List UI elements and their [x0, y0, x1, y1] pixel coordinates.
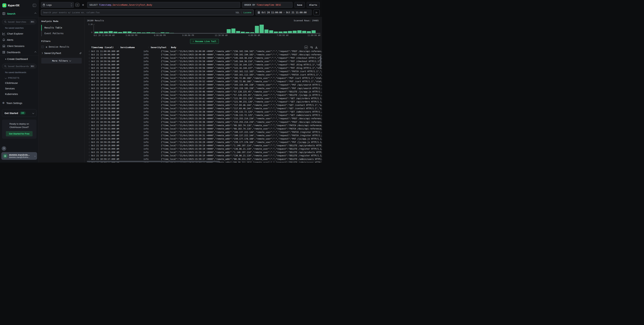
- sql-toggle[interactable]: SQL: [236, 11, 240, 14]
- sidebar-item-chart-explorer[interactable]: Chart Explorer: [0, 30, 38, 37]
- table-row[interactable]: ›Oct 21 10:59:19.000 AMinfo{"time_local"…: [87, 154, 322, 157]
- vertical-scrollbar[interactable]: [320, 56, 321, 68]
- col-servicename[interactable]: ServiceName: [120, 46, 146, 49]
- table-row[interactable]: ›Oct 21 10:59:31.000 AMinfo{"time_local"…: [87, 130, 322, 134]
- table-row[interactable]: ›Oct 21 10:59:29.000 AMinfo{"time_local"…: [87, 141, 322, 144]
- more-filters-button[interactable]: More filters: [41, 58, 82, 63]
- table-row[interactable]: ›Oct 21 10:59:58.000 AMinfo{"time_local"…: [87, 56, 322, 59]
- table-row[interactable]: ›Oct 21 10:59:33.000 AMinfo{"time_local"…: [87, 124, 322, 127]
- date-range-picker[interactable]: Oct 20 11:00:00 - Oct 21 11:00:00: [256, 9, 312, 15]
- sidebar-item-alerts[interactable]: Alerts: [0, 37, 38, 43]
- table-row[interactable]: ›Oct 21 10:59:19.000 AMinfo{"time_local"…: [87, 147, 322, 151]
- denoise-results-checkbox-row[interactable]: ◍ Denoise Results: [41, 45, 82, 48]
- col-severitytext[interactable]: SeverityText: [151, 46, 167, 49]
- table-row[interactable]: ›Oct 21 10:59:38.000 AMinfo{"time_local"…: [87, 113, 322, 117]
- checkbox[interactable]: [41, 46, 44, 48]
- table-row[interactable]: ›Oct 21 10:59:17.000 AMinfo{"time_local"…: [87, 157, 322, 161]
- user-menu[interactable]: D dominic.tran@clic... dominic.tran@clic…: [1, 152, 37, 160]
- table-row[interactable]: ›Oct 21 10:59:36.000 AMinfo{"time_local"…: [87, 120, 322, 124]
- chart-bar[interactable]: [302, 31, 306, 33]
- help-button[interactable]: ?: [2, 146, 6, 151]
- select-columns-input[interactable]: SELECT Timestamp,ServiceName,SeverityTex…: [87, 2, 240, 8]
- table-row[interactable]: ›Oct 21 10:59:19.000 AMinfo{"time_local"…: [87, 144, 322, 147]
- table-row[interactable]: ›Oct 21 10:59:31.000 AMinfo{"time_local"…: [87, 134, 322, 137]
- chart-bar[interactable]: [312, 30, 316, 33]
- col-body[interactable]: Body: [171, 46, 304, 49]
- cell-severity: info: [144, 63, 161, 66]
- table-row[interactable]: ›Oct 21 10:59:56.000 AMinfo{"time_local"…: [87, 63, 322, 66]
- run-query-button[interactable]: ▷: [314, 9, 320, 15]
- mode-results-table[interactable]: Results Table: [41, 25, 82, 30]
- chart-bar[interactable]: [269, 30, 273, 33]
- preset-clickhouse[interactable]: ClickHouse: [0, 80, 38, 86]
- table-row[interactable]: ›Oct 21 11:00:00.000 AMinfo{"time_local"…: [87, 49, 322, 53]
- column-resize-handle[interactable]: ⋮: [168, 46, 170, 48]
- cell-timestamp: Oct 21 10:59:56.000 AM: [90, 67, 114, 69]
- preset-kubernetes[interactable]: Kubernetes: [0, 91, 38, 97]
- chart-bar[interactable]: [260, 25, 264, 33]
- table-row[interactable]: ›Oct 21 10:59:38.000 AMinfo{"time_local"…: [87, 110, 322, 113]
- sidebar-item-client-sessions[interactable]: Client Sessions: [0, 43, 38, 49]
- table-row[interactable]: ›Oct 21 10:59:54.000 AMinfo{"time_local"…: [87, 70, 322, 73]
- table-row[interactable]: ›Oct 21 10:59:54.000 AMinfo{"time_local"…: [87, 73, 322, 76]
- events-histogram[interactable]: 3.2K 0 Oct 20 11:00:00 AM3:00:00 PM6:00:…: [87, 24, 322, 37]
- presets-toggle[interactable]: PRESETS: [0, 75, 38, 80]
- order-by-input[interactable]: ORDER BY TimestampTime DESC: [242, 2, 292, 8]
- table-row[interactable]: ›Oct 21 10:59:42.000 AMinfo{"time_local"…: [87, 100, 322, 103]
- chart-bar[interactable]: [255, 26, 259, 33]
- table-row[interactable]: ›Oct 21 10:59:29.000 AMinfo{"time_local"…: [87, 137, 322, 140]
- table-row[interactable]: ›Oct 21 10:59:19.000 AMinfo{"time_local"…: [87, 151, 322, 154]
- column-resize-handle[interactable]: ⋮: [148, 46, 149, 48]
- create-dashboard-button[interactable]: + Create Dashboard: [0, 55, 38, 62]
- sidebar-item-team-settings[interactable]: ⚙ Team Settings: [0, 100, 38, 106]
- table-row[interactable]: ›Oct 21 10:59:47.000 AMinfo{"time_local"…: [87, 83, 322, 86]
- chart-bar[interactable]: [227, 29, 231, 33]
- saved-searches-input[interactable]: Saved Searches ⌘K: [2, 19, 36, 24]
- table-row[interactable]: ›Oct 21 10:59:46.000 AMinfo{"time_local"…: [87, 90, 322, 93]
- mode-event-patterns[interactable]: Event Patterns: [41, 30, 82, 36]
- table-row[interactable]: ›Oct 21 10:59:47.000 AMinfo{"time_local"…: [87, 86, 322, 90]
- table-row[interactable]: ›Oct 21 10:59:33.000 AMinfo{"time_local"…: [87, 127, 322, 130]
- code-toggle-button[interactable]: <>: [76, 3, 79, 7]
- download-icon[interactable]: [315, 46, 318, 49]
- pin-icon[interactable]: [79, 52, 82, 54]
- table-row[interactable]: ›Oct 21 10:59:52.000 AMinfo{"time_local"…: [87, 76, 322, 80]
- x-tick-label: 3:00:00 PM: [126, 34, 137, 36]
- table-row[interactable]: ›Oct 21 11:00:00.000 AMinfo{"time_local"…: [87, 53, 322, 56]
- table-row[interactable]: ›Oct 21 10:59:39.000 AMinfo{"time_local"…: [87, 103, 322, 107]
- table-row[interactable]: ›Oct 21 10:59:46.000 AMinfo{"time_local"…: [87, 93, 322, 97]
- table-row[interactable]: ›Oct 21 10:59:36.000 AMinfo{"time_local"…: [87, 117, 322, 120]
- saved-dashboards-input[interactable]: Saved Dashboards ⌘K: [2, 64, 36, 69]
- save-button[interactable]: Save: [294, 2, 305, 8]
- sidebar-item-dashboards[interactable]: Dashboards: [0, 49, 38, 55]
- cell-severity: info: [144, 154, 161, 157]
- table-row[interactable]: ›Oct 21 10:59:42.000 AMinfo{"time_local"…: [87, 97, 322, 100]
- preset-services[interactable]: Services: [0, 86, 38, 91]
- alerts-button[interactable]: Alerts: [307, 2, 320, 8]
- lucene-toggle[interactable]: Lucene: [244, 11, 251, 14]
- facet-severitytext[interactable]: SeverityText: [41, 52, 82, 54]
- wrap-lines-icon[interactable]: [310, 46, 313, 48]
- table-row[interactable]: ›Oct 21 10:59:39.000 AMinfo{"time_local"…: [87, 107, 322, 110]
- sidebar-section-search[interactable]: Search: [0, 10, 38, 17]
- get-started-toggle[interactable]: Get Started 3/3: [2, 109, 36, 117]
- resume-live-tail-button[interactable]: ⚡ Resume Live Tail: [190, 39, 219, 44]
- table-row[interactable]: ›Oct 21 10:59:58.000 AMinfo{"time_local"…: [87, 59, 322, 63]
- table-row[interactable]: ›Oct 21 10:59:56.000 AMinfo{"time_local"…: [87, 66, 322, 70]
- event-search-input[interactable]: Search your events w/ Lucene ex. column:…: [41, 9, 254, 15]
- cell-severity: info: [144, 137, 161, 140]
- get-started-free-button[interactable]: Get Started for Free: [6, 131, 32, 136]
- table-row[interactable]: ›Oct 21 10:59:52.000 AMinfo{"time_local"…: [87, 80, 322, 83]
- chart-bars: [94, 24, 320, 33]
- horizontal-scrollbar[interactable]: [87, 161, 220, 162]
- sidebar-collapse-icon[interactable]: [33, 4, 36, 7]
- gear-icon[interactable]: ⚙: [81, 3, 85, 7]
- chart-bar[interactable]: [264, 29, 268, 33]
- column-resize-handle[interactable]: ⋮: [118, 46, 119, 48]
- code-view-icon[interactable]: <>: [304, 46, 308, 49]
- chart-bar[interactable]: [297, 30, 301, 33]
- source-select[interactable]: Logs: [41, 2, 74, 8]
- col-timestamp[interactable]: Timestamp (Local): [91, 46, 116, 49]
- chart-bar[interactable]: [293, 31, 297, 33]
- chart-bar[interactable]: [232, 28, 236, 33]
